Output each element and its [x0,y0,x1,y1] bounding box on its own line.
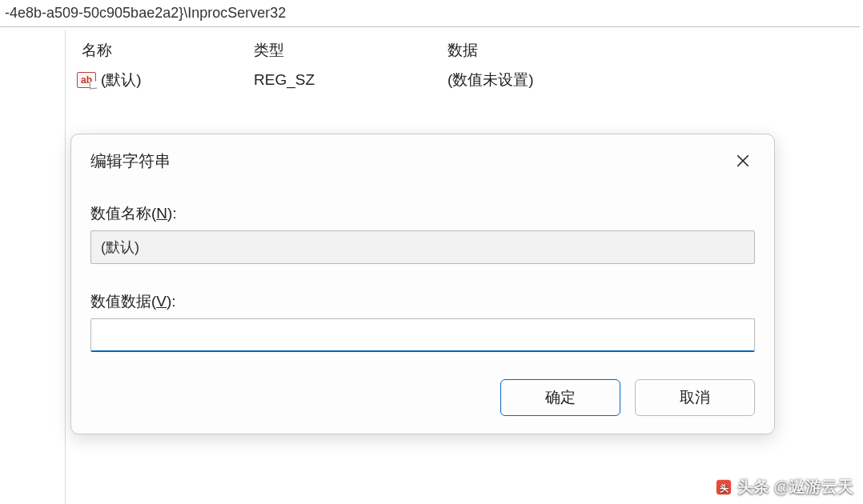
close-icon [736,154,750,168]
value-name-input[interactable] [90,230,755,264]
value-name-label: 数值名称(N): [90,203,755,224]
value-data: (数值未设置) [448,70,863,90]
edit-string-dialog: 编辑字符串 数值名称(N): 数值数据(V): 确定 取消 [70,134,775,434]
column-header-data[interactable]: 数据 [448,40,863,61]
svg-text:头: 头 [719,482,728,492]
tree-panel[interactable] [0,30,66,504]
string-value-icon [77,72,96,88]
watermark: 头 头条 @遨游云天 [715,476,853,498]
ok-button[interactable]: 确定 [500,379,620,416]
dialog-title: 编辑字符串 [90,150,171,172]
watermark-text: 头条 @遨游云天 [737,476,853,498]
column-header-type[interactable]: 类型 [254,40,448,61]
table-header: 名称 类型 数据 [66,30,863,64]
value-name: (默认) [101,70,142,90]
value-data-label: 数值数据(V): [90,291,755,312]
column-header-name[interactable]: 名称 [66,40,254,61]
table-row[interactable]: (默认) REG_SZ (数值未设置) [66,64,863,96]
close-button[interactable] [731,149,755,173]
address-path: -4e8b-a509-50c905bae2a2}\InprocServer32 [5,5,286,22]
dialog-titlebar: 编辑字符串 [71,134,774,181]
address-bar[interactable]: -4e8b-a509-50c905bae2a2}\InprocServer32 [0,0,860,27]
dialog-buttons: 确定 取消 [71,368,774,434]
dialog-body: 数值名称(N): 数值数据(V): [71,181,774,368]
value-data-input[interactable] [90,318,755,352]
value-type: REG_SZ [254,71,448,89]
cancel-button[interactable]: 取消 [635,379,755,416]
toutiao-icon: 头 [715,478,733,496]
